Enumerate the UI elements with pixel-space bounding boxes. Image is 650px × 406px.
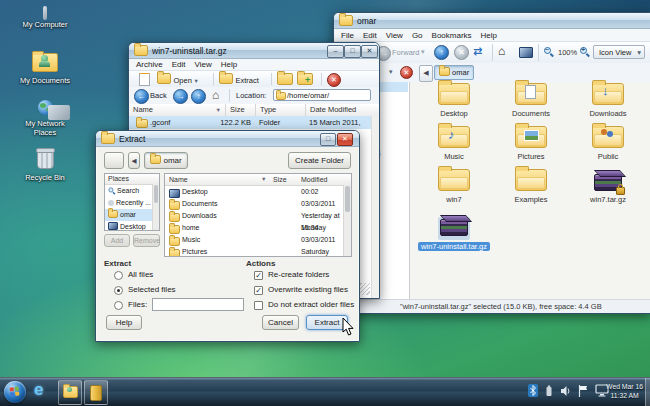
- taskbar-item-archive-manager[interactable]: [84, 380, 108, 405]
- close-sidebar-icon[interactable]: ✕: [400, 66, 413, 79]
- open-button[interactable]: Open ▾: [157, 73, 198, 85]
- desktop-icon-my-documents[interactable]: My Documents: [13, 53, 77, 85]
- file-icon-music[interactable]: ♪ Music: [418, 126, 490, 168]
- places-header[interactable]: Places: [105, 174, 159, 185]
- checkbox-overwrite-checked[interactable]: ✓: [254, 286, 263, 295]
- taskbar-item-file-manager[interactable]: [58, 380, 82, 405]
- refresh-icon[interactable]: ⇄: [473, 45, 482, 58]
- radio-label-selected-files[interactable]: Selected files: [128, 285, 176, 294]
- add-folder-icon[interactable]: [277, 73, 293, 85]
- menu-view[interactable]: View: [194, 60, 211, 69]
- desktop-icon-my-computer[interactable]: My Computer: [13, 8, 77, 29]
- close-button[interactable]: ✕: [361, 45, 378, 58]
- breadcrumb-omar-button[interactable]: omar: [434, 65, 474, 80]
- places-scrollbar[interactable]: [152, 184, 159, 230]
- place-desktop[interactable]: Desktop: [105, 221, 159, 231]
- location-input[interactable]: /home/omar/: [273, 89, 371, 101]
- file-icon-public[interactable]: Public: [572, 126, 644, 168]
- checkbox-label-recreate[interactable]: Re-create folders: [268, 270, 329, 279]
- internet-explorer-icon[interactable]: e: [34, 380, 43, 400]
- stop-icon[interactable]: ✕: [454, 45, 469, 60]
- zoom-out-icon[interactable]: −: [544, 47, 554, 57]
- type-filename-button[interactable]: [104, 152, 124, 169]
- up-icon[interactable]: ↑: [191, 89, 206, 104]
- view-mode-select[interactable]: Icon View ▾: [593, 45, 645, 59]
- file-icon-win7-targz[interactable]: win7.tar.gz: [572, 169, 644, 211]
- list-item-pictures[interactable]: Pictures Saturday: [165, 246, 351, 257]
- menu-view[interactable]: View: [386, 31, 403, 40]
- menu-edit[interactable]: Edit: [363, 31, 377, 40]
- home-icon[interactable]: ⌂: [498, 44, 505, 58]
- checkbox-label-overwrite[interactable]: Overwrite existing files: [268, 285, 348, 294]
- add-files-icon[interactable]: +: [297, 73, 313, 87]
- home-icon[interactable]: ⌂: [212, 88, 219, 102]
- place-search[interactable]: Search: [105, 185, 159, 197]
- remove-place-button[interactable]: Remove: [133, 234, 160, 247]
- file-icon-pictures[interactable]: Pictures: [495, 126, 567, 168]
- column-header-size[interactable]: Size: [273, 174, 287, 185]
- menu-help[interactable]: Help: [221, 60, 237, 69]
- file-icon-win7-uninstall-targz-selected[interactable]: win7-uninstall.tar.gz: [418, 212, 490, 254]
- menu-go[interactable]: Go: [412, 31, 423, 40]
- new-archive-icon[interactable]: [139, 73, 150, 86]
- help-button[interactable]: Help: [106, 315, 142, 330]
- create-folder-button[interactable]: Create Folder: [288, 152, 351, 169]
- file-icon-examples[interactable]: Examples: [495, 169, 567, 211]
- sidebar-mode-dropdown-icon[interactable]: ▾: [389, 68, 393, 76]
- column-header-modified[interactable]: Date Modified: [306, 104, 379, 116]
- menu-file[interactable]: File: [341, 31, 354, 40]
- radio-label-all-files[interactable]: All files: [128, 270, 153, 279]
- maximize-button[interactable]: □: [320, 133, 336, 146]
- radio-label-files[interactable]: Files:: [128, 300, 147, 309]
- path-omar-button[interactable]: omar: [144, 152, 188, 169]
- checkbox-label-no-older[interactable]: Do not extract older files: [268, 300, 354, 309]
- computer-icon[interactable]: [519, 47, 533, 58]
- zoom-in-icon[interactable]: +: [580, 47, 590, 57]
- minimize-button[interactable]: –: [327, 45, 344, 58]
- file-icon-downloads[interactable]: ↓ Downloads: [572, 83, 644, 125]
- collapse-path-icon[interactable]: ◀: [419, 65, 433, 82]
- bluetooth-icon[interactable]: [528, 384, 538, 397]
- desktop-icon-my-network-places[interactable]: My Network Places: [13, 100, 77, 137]
- add-place-button[interactable]: Add: [104, 234, 130, 247]
- menu-edit[interactable]: Edit: [172, 60, 186, 69]
- table-row-gconf[interactable]: .gconf 122.2 KB Folder 15 March 2011, 23…: [129, 116, 372, 129]
- back-icon[interactable]: ←: [134, 89, 149, 104]
- desktop-icon-recycle-bin[interactable]: Recycle Bin: [13, 150, 77, 182]
- list-item-desktop[interactable]: Desktop 00:02: [165, 186, 351, 198]
- back-label[interactable]: Back: [150, 91, 167, 100]
- volume-icon[interactable]: [560, 385, 571, 397]
- checkbox-recreate-folders-checked[interactable]: ✓: [254, 271, 263, 280]
- menu-bookmarks[interactable]: Bookmarks: [432, 31, 472, 40]
- place-omar-selected[interactable]: omar: [105, 209, 159, 221]
- radio-files[interactable]: [114, 301, 123, 310]
- place-recently-used[interactable]: Recently ...: [105, 197, 159, 209]
- chevron-down-icon[interactable]: ▾: [421, 48, 425, 56]
- archive-titlebar[interactable]: win7-uninstall.tar.gz – □ ✕: [129, 43, 379, 59]
- close-button[interactable]: ✕: [337, 133, 353, 146]
- column-header-type[interactable]: Type: [256, 104, 306, 116]
- forward-icon[interactable]: →: [173, 89, 188, 104]
- flag-icon[interactable]: [578, 385, 588, 397]
- column-header-modified[interactable]: Modified: [301, 174, 327, 185]
- maximize-button[interactable]: □: [344, 45, 361, 58]
- column-header-name[interactable]: Name▼: [129, 104, 226, 116]
- list-item-downloads[interactable]: Downloads Yesterday at 16:34: [165, 210, 351, 222]
- cancel-button[interactable]: Cancel: [262, 315, 299, 330]
- show-desktop-button[interactable]: [645, 378, 650, 406]
- menu-archive[interactable]: Archive: [136, 60, 163, 69]
- collapse-path-icon[interactable]: ◀: [128, 152, 140, 169]
- checkbox-no-older-unchecked[interactable]: [254, 301, 263, 310]
- radio-selected-files[interactable]: [114, 286, 123, 295]
- start-button[interactable]: [4, 381, 26, 403]
- battery-icon[interactable]: [545, 385, 553, 397]
- list-item-home[interactable]: home Monday: [165, 222, 351, 234]
- stop-icon[interactable]: ✕: [327, 73, 341, 87]
- file-icon-win7[interactable]: win7: [418, 169, 490, 211]
- file-icon-documents[interactable]: Documents: [495, 83, 567, 125]
- vertical-scrollbar[interactable]: [371, 116, 379, 298]
- file-icon-desktop[interactable]: Desktop: [418, 83, 490, 125]
- files-pattern-input[interactable]: [152, 298, 244, 311]
- extract-toolbar-button[interactable]: Extract: [219, 73, 259, 85]
- extract-dialog-titlebar[interactable]: Extract □ ✕: [96, 131, 359, 147]
